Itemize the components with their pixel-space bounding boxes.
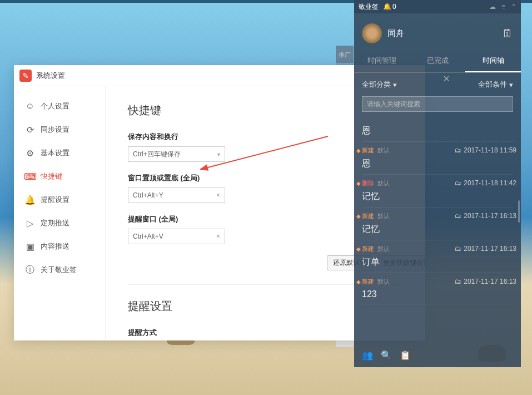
item-title: 订单 (362, 256, 513, 268)
timeline-list: 恩 ◆ 新建默认 恩 🗂2017-11-18 11:59 ◆ 删除默认 记忆 🗂… (354, 117, 521, 304)
time-icon: 🗂 (455, 179, 461, 187)
nav-label: 同步设置 (41, 125, 69, 135)
save-shortcut-select[interactable]: Ctrl+回车键保存 ▾ (128, 146, 225, 162)
calendar-icon[interactable]: 🗓 (502, 27, 513, 40)
clear-icon[interactable]: × (216, 191, 220, 199)
nav-reminder[interactable]: 🔔提醒设置 (14, 188, 105, 211)
avatar[interactable] (362, 23, 382, 43)
item-subtag: 默认 (377, 146, 390, 155)
item-title: 恩 (362, 158, 513, 170)
item-subtag: 默认 (377, 278, 390, 286)
app-header: 同舟 🗓 (354, 13, 521, 50)
username: 同舟 (387, 28, 404, 39)
nav-shortcuts[interactable]: ⌨快捷键 (14, 165, 105, 188)
item-subtag: 默认 (377, 212, 390, 220)
dot-icon: ◆ (356, 147, 361, 154)
item-time: 🗂2017-11-18 11:59 (455, 146, 516, 154)
gear-icon: ⚙ (25, 148, 35, 158)
nav-basic[interactable]: ⚙基本设置 (14, 141, 105, 165)
search-input[interactable] (362, 96, 513, 112)
nav-schedule[interactable]: ▷定期推送 (14, 211, 105, 235)
item-subtag: 默认 (377, 245, 390, 253)
menu-icon[interactable]: ≡ (501, 3, 505, 11)
list-item[interactable]: ◆ 删除默认 记忆 🗂2017-11-18 11:42 (362, 175, 513, 208)
dot-icon: ◆ (356, 180, 361, 186)
item-time: 🗂2017-11-18 11:42 (455, 179, 516, 187)
time-icon: 🗂 (455, 278, 461, 285)
time-icon: 🗂 (455, 245, 461, 253)
settings-nav: ☺个人设置 ⟳同步设置 ⚙基本设置 ⌨快捷键 🔔提醒设置 ▷定期推送 ▣内容推送… (14, 86, 106, 340)
app-titlebar: 敬业签 🔔0 ☁ ≡ ⌃ (354, 0, 521, 13)
app-logo-icon: ✎ (19, 70, 32, 82)
nav-label: 关于敬业签 (41, 265, 77, 275)
sync-icon: ⟳ (25, 125, 35, 135)
nav-label: 提醒设置 (41, 195, 69, 205)
nav-label: 个人设置 (41, 101, 69, 111)
nav-content[interactable]: ▣内容推送 (14, 235, 105, 258)
bell-icon: 🔔 (25, 195, 35, 205)
collapse-icon[interactable]: ⌃ (511, 3, 516, 11)
dot-icon: ◆ (356, 279, 361, 285)
list-item[interactable]: 恩 (362, 117, 513, 142)
app-tabs: 时间管理 已完成 时间轴 (354, 50, 521, 73)
chevron-down-icon: ▾ (217, 151, 220, 157)
time-icon: 🗂 (455, 212, 461, 220)
item-tag: 删除 (362, 179, 374, 187)
settings-title: 系统设置 (36, 71, 65, 81)
person-icon: ☺ (25, 101, 35, 111)
item-title: 123 (362, 289, 513, 299)
contacts-icon[interactable]: 👥 (362, 350, 373, 361)
item-time: 🗂2017-11-17 16:13 (455, 212, 516, 220)
cloud-icon[interactable]: ☁ (489, 3, 496, 11)
dot-icon: ◆ (356, 213, 361, 219)
nav-about[interactable]: ⓘ关于敬业签 (14, 258, 105, 282)
nav-label: 内容推送 (41, 241, 69, 251)
push-icon: ▣ (25, 241, 35, 251)
field-value: Ctrl+Alt+V (133, 233, 163, 240)
item-title: 恩 (362, 125, 513, 137)
item-tag: 新建 (362, 146, 374, 155)
time-icon: 🗂 (455, 146, 461, 154)
item-subtag: 默认 (377, 179, 390, 187)
filter-row: 全部分类▾ 全部条件▾ (354, 73, 521, 94)
item-tag: 新建 (362, 245, 374, 253)
keyboard-icon: ⌨ (25, 171, 35, 181)
bell-icon[interactable]: 🔔0 (383, 3, 396, 11)
list-item[interactable]: ◆ 新建默认 订单 🗂2017-11-17 16:13 (362, 240, 513, 273)
filter-category[interactable]: 全部分类▾ (362, 80, 397, 90)
item-title: 记忆 (362, 224, 513, 235)
scrollbar[interactable] (518, 200, 520, 223)
side-tab[interactable]: 推广 (336, 46, 354, 63)
field-value: Ctrl+回车键保存 (133, 150, 181, 159)
clear-icon[interactable]: × (216, 233, 220, 240)
bottom-toolbar: 👥 🔍 📋 (362, 350, 411, 361)
field-value: Ctrl+Alt+Y (133, 191, 163, 199)
list-item[interactable]: ◆ 新建默认 记忆 🗂2017-11-17 16:13 (362, 208, 513, 240)
search-icon[interactable]: 🔍 (381, 350, 392, 361)
list-item[interactable]: ◆ 新建默认 123 🗂2017-11-17 16:13 (362, 273, 513, 304)
tab-time-manage[interactable]: 时间管理 (354, 50, 410, 72)
pin-shortcut-input[interactable]: Ctrl+Alt+Y × (128, 187, 225, 203)
filter-label: 全部分类 (362, 80, 391, 90)
close-icon[interactable]: × (443, 72, 450, 85)
nav-personal[interactable]: ☺个人设置 (14, 95, 105, 118)
app-panel: 敬业签 🔔0 ☁ ≡ ⌃ 同舟 🗓 时间管理 已完成 时间轴 全部分类▾ 全部条… (354, 0, 521, 367)
filter-condition[interactable]: 全部条件▾ (478, 80, 513, 90)
notif-count: 0 (392, 3, 396, 11)
chevron-down-icon: ▾ (393, 81, 397, 89)
calendar-small-icon[interactable]: 📋 (400, 350, 411, 361)
nav-sync[interactable]: ⟳同步设置 (14, 118, 105, 141)
play-icon: ▷ (25, 218, 35, 228)
nav-label: 定期推送 (41, 218, 69, 228)
tab-completed[interactable]: 已完成 (410, 50, 465, 72)
remind-shortcut-input[interactable]: Ctrl+Alt+V × (128, 229, 225, 244)
tab-timeline[interactable]: 时间轴 (465, 50, 521, 72)
list-item[interactable]: ◆ 新建默认 恩 🗂2017-11-18 11:59 (362, 142, 513, 175)
item-time: 🗂2017-11-17 16:13 (455, 278, 516, 285)
nav-label: 基本设置 (41, 148, 69, 158)
chevron-down-icon: ▾ (509, 81, 513, 89)
item-time: 🗂2017-11-17 16:13 (455, 245, 516, 253)
nav-label: 快捷键 (41, 171, 62, 181)
item-tag: 新建 (362, 278, 374, 286)
filter-label: 全部条件 (478, 80, 507, 90)
